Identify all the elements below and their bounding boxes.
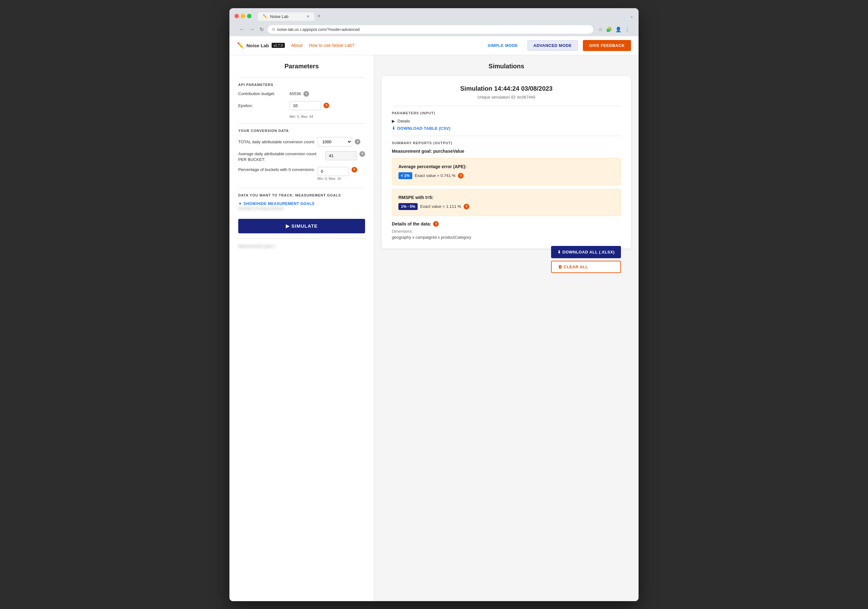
pct-zero-row: Percentage of buckets with 0 conversions… xyxy=(238,167,365,183)
conversion-section-header: YOUR CONVERSION DATA xyxy=(238,129,365,132)
url-text: noise-lab.uc.r.appspot.com/?mode=advance… xyxy=(277,27,360,32)
avg-conversion-label: Average daily attributable conversion co… xyxy=(238,151,323,163)
browser-actions: ☆ 🧩 👤 ⋮ xyxy=(598,26,630,33)
simulation-card-title: Simulation 14:44:24 03/08/2023 xyxy=(392,85,621,92)
divider-1 xyxy=(238,78,365,78)
avg-conversion-row: Average daily attributable conversion co… xyxy=(238,151,365,163)
about-link[interactable]: About xyxy=(291,43,303,48)
api-section-header: API PARAMETERS xyxy=(238,83,365,87)
ape-label: Average percentage error (APE): xyxy=(398,164,614,169)
details-data-help-icon[interactable]: ? xyxy=(433,221,439,227)
divider-2 xyxy=(238,123,365,124)
dimensions-value: geography x campaignId x productCategory xyxy=(392,235,621,240)
menu-icon[interactable]: ⋮ xyxy=(625,26,630,33)
star-icon[interactable]: ☆ xyxy=(598,26,603,33)
tab-favicon-icon: ✏️ xyxy=(263,14,268,19)
pct-zero-label: Percentage of buckets with 0 conversions… xyxy=(238,167,315,172)
measurement-goals-toggle[interactable]: ▼ SHOW/HIDE MEASUREMENT GOALS xyxy=(238,202,365,206)
ape-badge: < 1% xyxy=(398,172,412,179)
traffic-lights xyxy=(234,14,251,18)
parameters-input-header: PARAMETERS (INPUT) xyxy=(392,111,621,115)
forward-button[interactable]: → xyxy=(248,25,256,33)
blurred-num-measurement: Number of measurement xyxy=(238,206,365,211)
simple-mode-button[interactable]: SIMPLE MODE xyxy=(482,40,524,51)
epsilon-input[interactable] xyxy=(290,101,321,110)
contribution-budget-label: Contribution budget: xyxy=(238,91,287,96)
measurement-section-header: DATA YOU WANT TO TRACK: MEASUREMENT GOAL… xyxy=(238,193,365,197)
details-row: ▶ Details xyxy=(392,119,621,123)
details-arrow-icon[interactable]: ▶ xyxy=(392,119,395,123)
tab-close-icon[interactable]: ✕ xyxy=(307,14,309,19)
card-divider-1 xyxy=(392,106,621,106)
reload-button[interactable]: ↻ xyxy=(258,25,265,34)
total-conversion-label: TOTAL daily attributable conversion coun… xyxy=(238,140,315,144)
download-csv-icon: ⬇ xyxy=(392,126,395,130)
extensions-icon[interactable]: 🧩 xyxy=(606,26,612,33)
left-panel: Parameters API PARAMETERS Contribution b… xyxy=(229,55,374,601)
browser-tab[interactable]: ✏️ Noise Lab ✕ xyxy=(258,12,315,21)
close-button[interactable] xyxy=(234,14,239,18)
epsilon-help-icon[interactable]: ? xyxy=(324,103,329,108)
brand-icon: ✏️ xyxy=(237,42,244,49)
new-tab-button[interactable]: + xyxy=(315,11,324,21)
measurement-goal-header: Measurement goal: purchaseValue xyxy=(392,149,621,154)
details-data-label: Details of the data: ? xyxy=(392,221,621,227)
contribution-budget-help-icon[interactable]: ? xyxy=(304,91,309,97)
address-bar[interactable]: ⊙ noise-lab.uc.r.appspot.com/?mode=advan… xyxy=(268,25,593,34)
measurement-goal-1-label: Measurement goal 1 xyxy=(238,244,365,249)
maximize-button[interactable] xyxy=(247,14,251,18)
brand-name: Noise Lab xyxy=(246,43,269,48)
how-to-link[interactable]: How to use Noise Lab? xyxy=(309,43,354,48)
account-icon[interactable]: 👤 xyxy=(615,26,622,33)
app-header: ✏️ Noise Lab v2.7.0 About How to use Noi… xyxy=(229,36,639,55)
simulation-id: Unique simulation ID: bc067445 xyxy=(392,95,621,99)
minimize-button[interactable] xyxy=(241,14,245,18)
give-feedback-button[interactable]: GIVE FEEDBACK xyxy=(583,40,631,51)
mode-buttons: SIMPLE MODE ADVANCED MODE xyxy=(482,40,578,51)
summary-section-header: SUMMARY REPORTS (OUTPUT) xyxy=(392,141,621,145)
details-of-data: Details of the data: ? Dimensions: geogr… xyxy=(392,221,621,240)
simulations-title: Simulations xyxy=(382,63,631,70)
right-panel-inner: Simulation 14:44:24 03/08/2023 Unique si… xyxy=(382,76,631,249)
rmspe-help-icon[interactable]: ? xyxy=(463,204,469,210)
download-csv-text: DOWNLOAD TABLE (CSV) xyxy=(397,126,450,130)
toggle-arrow-icon: ▼ xyxy=(238,202,242,206)
rmspe-value-row: 1% - 5% Exact value = 1.111 % ? xyxy=(398,203,614,210)
divider-3 xyxy=(238,188,365,188)
main-layout: Parameters API PARAMETERS Contribution b… xyxy=(229,55,639,601)
rmspe-badge: 1% - 5% xyxy=(398,203,418,210)
ape-exact: Exact value = 0.741 % xyxy=(415,173,456,178)
contribution-budget-row: Contribution budget: 65536 ? xyxy=(238,91,365,97)
download-all-button[interactable]: ⬇ DOWNLOAD ALL (.XLSX) xyxy=(551,246,621,258)
right-panel: Simulations Simulation 14:44:24 03/08/20… xyxy=(374,55,639,601)
header-nav: About How to use Noise Lab? xyxy=(291,43,354,48)
simulate-button[interactable]: ▶ SIMULATE xyxy=(238,219,365,233)
download-csv-link[interactable]: ⬇ DOWNLOAD TABLE (CSV) xyxy=(392,126,621,130)
total-conversion-row: TOTAL daily attributable conversion coun… xyxy=(238,137,365,147)
divider-4 xyxy=(238,238,365,239)
tab-title: Noise Lab xyxy=(270,14,288,19)
brand: ✏️ Noise Lab v2.7.0 xyxy=(237,42,285,49)
clear-all-button[interactable]: 🗑 CLEAR ALL xyxy=(551,261,621,273)
pct-zero-input[interactable] xyxy=(318,167,349,176)
rmspe-exact: Exact value = 1.111 % xyxy=(420,204,461,209)
ape-metric-box: Average percentage error (APE): < 1% Exa… xyxy=(392,158,621,185)
contribution-budget-value: 65536 xyxy=(290,91,301,96)
tab-bar: ✏️ Noise Lab ✕ + xyxy=(258,11,324,21)
advanced-mode-button[interactable]: ADVANCED MODE xyxy=(527,40,578,51)
back-button[interactable]: ← xyxy=(238,25,246,33)
avg-conversion-help-icon[interactable]: ? xyxy=(360,151,365,157)
epsilon-label: Epsilon: xyxy=(238,103,287,108)
avg-conversion-input[interactable] xyxy=(326,151,357,160)
total-conversion-select[interactable]: 1000 500 2000 xyxy=(318,137,352,147)
ape-help-icon[interactable]: ? xyxy=(458,173,463,179)
parameters-title: Parameters xyxy=(238,63,365,70)
pct-zero-help-icon[interactable]: ? xyxy=(352,167,357,172)
pct-zero-hint: Min: 0, Max: 10 xyxy=(318,177,349,180)
card-divider-2 xyxy=(392,136,621,136)
chevron-down-icon: ⌄ xyxy=(630,14,634,19)
epsilon-hint: Min: 0, Max: 64 xyxy=(290,115,365,118)
total-conversion-help-icon[interactable]: ? xyxy=(355,139,360,144)
rmspe-label: RMSPE with t=5: xyxy=(398,195,614,200)
toggle-label: SHOW/HIDE MEASUREMENT GOALS xyxy=(243,202,315,206)
